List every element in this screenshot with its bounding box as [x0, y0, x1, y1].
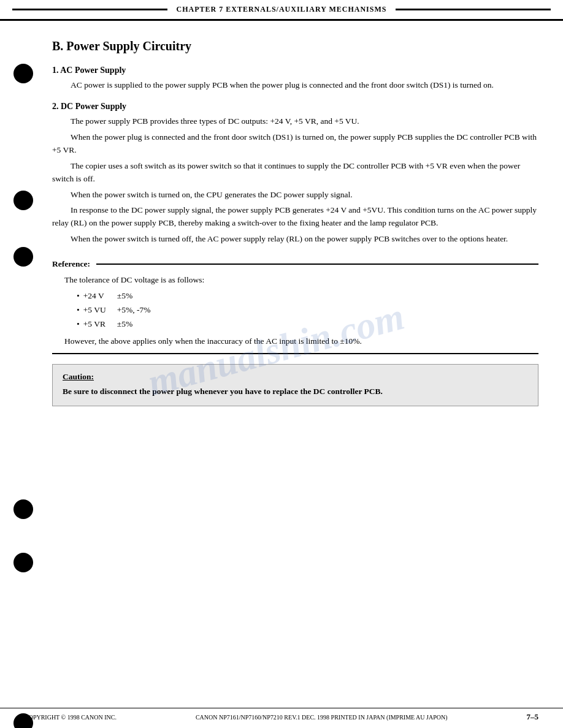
subsection-2-para6: When the power switch is turned off, the…: [52, 233, 538, 246]
header-line-left: [12, 9, 167, 10]
subsection-1-title: 1. AC Power Supply: [52, 66, 538, 75]
subsection-2-number: 2.: [52, 102, 59, 111]
header-line-right: [396, 9, 551, 10]
page-container: B. Power Supply Circuitry 1. AC Power Su…: [0, 21, 563, 728]
subsection-2-para4: When the power switch is turned on, the …: [52, 189, 538, 202]
caution-box: Caution: Be sure to disconnect the power…: [52, 364, 538, 406]
bullet-value-3: +5 VR: [83, 317, 117, 332]
subsection-2-label: DC Power Supply: [61, 102, 126, 111]
bullet-value-1: +24 V: [83, 289, 117, 303]
bullet-tolerance-3: ±5%: [117, 317, 132, 332]
section-b-title: B. Power Supply Circuitry: [52, 39, 538, 53]
caution-text: Be sure to disconnect the power plug whe…: [63, 385, 528, 398]
reference-body: The tolerance of DC voltage is as follow…: [52, 274, 538, 348]
header-bar: CHAPTER 7 EXTERNALS/AUXILIARY MECHANISMS: [0, 0, 563, 21]
sidebar-dot-3: [13, 247, 33, 267]
sidebar: [0, 21, 46, 728]
reference-intro: The tolerance of DC voltage is as follow…: [64, 274, 538, 287]
bullet-item-1: +24 V ±5%: [77, 289, 538, 303]
subsection-2-para2: When the power plug is connected and the…: [52, 131, 538, 157]
footer-copyright: COPYRIGHT © 1998 CANON INC.: [25, 714, 117, 721]
sidebar-dot-1: [13, 64, 33, 83]
reference-bullet-list: +24 V ±5% +5 VU +5%, -7% +5 VR ±5%: [64, 289, 538, 332]
subsection-1-body: AC power is supplied to the power supply…: [52, 79, 538, 92]
reference-label: Reference:: [52, 259, 90, 269]
reference-footer-text: However, the above applies only when the…: [64, 335, 538, 348]
subsection-2-para3: The copier uses a soft switch as its pow…: [52, 160, 538, 186]
subsection-2-title: 2. DC Power Supply: [52, 102, 538, 112]
reference-header: Reference:: [52, 259, 538, 269]
bullet-value-2: +5 VU: [83, 303, 117, 317]
subsection-1: 1. AC Power Supply AC power is supplied …: [52, 66, 538, 92]
caution-title: Caution:: [63, 372, 528, 382]
subsection-2-para5: In response to the DC power supply signa…: [52, 204, 538, 230]
bullet-tolerance-1: ±5%: [117, 289, 132, 303]
subsection-2-para1: The power supply PCB provides three type…: [52, 115, 538, 128]
sidebar-dot-2: [13, 191, 33, 210]
reference-bottom-line: [52, 353, 538, 354]
bullet-item-3: +5 VR ±5%: [77, 317, 538, 332]
sidebar-dot-4: [13, 499, 33, 519]
footer-model-info: CANON NP7161/NP7160/NP7210 REV.1 DEC. 19…: [196, 714, 448, 721]
reference-section: Reference: The tolerance of DC voltage i…: [52, 259, 538, 354]
reference-line: [96, 264, 538, 265]
subsection-1-number: 1.: [52, 66, 59, 75]
subsection-2: 2. DC Power Supply The power supply PCB …: [52, 102, 538, 246]
main-content: B. Power Supply Circuitry 1. AC Power Su…: [46, 21, 563, 728]
bullet-item-2: +5 VU +5%, -7%: [77, 303, 538, 317]
subsection-1-label: AC Power Supply: [60, 66, 126, 75]
sidebar-dot-5: [13, 553, 33, 572]
page-footer: COPYRIGHT © 1998 CANON INC. CANON NP7161…: [0, 708, 563, 722]
header-title: CHAPTER 7 EXTERNALS/AUXILIARY MECHANISMS: [167, 5, 396, 14]
bullet-tolerance-2: +5%, -7%: [117, 303, 151, 317]
footer-page-number: 7–5: [527, 712, 539, 722]
